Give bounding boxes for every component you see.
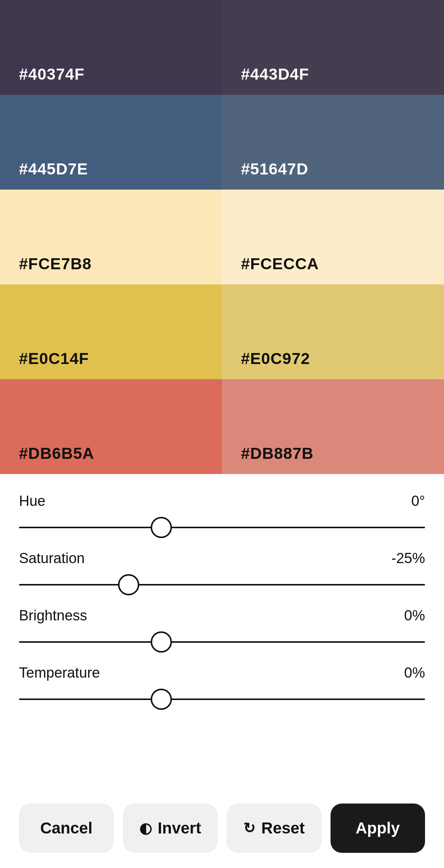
saturation-slider-track	[19, 584, 425, 585]
brightness-slider-thumb[interactable]	[151, 631, 172, 653]
reset-label: Reset	[261, 819, 305, 837]
temperature-label: Temperature	[19, 665, 100, 681]
swatch-5-1[interactable]: #DB6B5A	[0, 379, 222, 474]
invert-label: Invert	[158, 819, 201, 837]
swatch-5-2[interactable]: #DB887B	[222, 379, 444, 474]
swatch-4-1[interactable]: #E0C14F	[0, 284, 222, 379]
brightness-slider-group: Brightness 0%	[19, 607, 425, 653]
swatch-3-1[interactable]: #FCE7B8	[0, 190, 222, 284]
saturation-value: -25%	[391, 550, 425, 567]
saturation-slider-group: Saturation -25%	[19, 550, 425, 596]
temperature-value: 0%	[404, 665, 425, 681]
color-grid: #40374F #443D4F #445D7E #51647D #FCE7B8 …	[0, 0, 444, 474]
invert-icon: ◐	[139, 820, 152, 837]
apply-label: Apply	[356, 819, 400, 837]
hue-value: 0°	[411, 493, 425, 509]
brightness-slider-track-container[interactable]	[19, 631, 425, 653]
saturation-label: Saturation	[19, 550, 85, 567]
saturation-slider-thumb[interactable]	[118, 574, 139, 595]
temperature-slider-header: Temperature 0%	[19, 665, 425, 681]
hue-slider-track-container[interactable]	[19, 516, 425, 539]
reset-icon: ↻	[243, 820, 255, 837]
color-label-1-1: #40374F	[19, 65, 85, 83]
swatch-4-2[interactable]: #E0C972	[222, 284, 444, 379]
hue-label: Hue	[19, 493, 46, 509]
color-label-3-2: #FCECCA	[241, 255, 319, 273]
color-row-1: #40374F #443D4F	[0, 0, 444, 95]
temperature-slider-thumb[interactable]	[151, 689, 172, 710]
hue-slider-header: Hue 0°	[19, 493, 425, 509]
color-label-5-2: #DB887B	[241, 444, 313, 463]
temperature-slider-track	[19, 698, 425, 700]
color-row-5: #DB6B5A #DB887B	[0, 379, 444, 474]
brightness-value: 0%	[404, 607, 425, 624]
color-label-3-1: #FCE7B8	[19, 255, 91, 273]
color-row-2: #445D7E #51647D	[0, 95, 444, 190]
saturation-slider-header: Saturation -25%	[19, 550, 425, 567]
reset-button[interactable]: ↻ Reset	[227, 804, 321, 853]
color-row-3: #FCE7B8 #FCECCA	[0, 190, 444, 284]
color-label-5-1: #DB6B5A	[19, 444, 94, 463]
color-label-4-2: #E0C972	[241, 350, 310, 368]
color-label-2-2: #51647D	[241, 160, 308, 178]
hue-slider-thumb[interactable]	[151, 517, 172, 538]
swatch-2-2[interactable]: #51647D	[222, 95, 444, 190]
controls-section: Hue 0° Saturation -25% Brightness 0%	[0, 474, 444, 868]
temperature-slider-track-container[interactable]	[19, 688, 425, 711]
cancel-button[interactable]: Cancel	[19, 804, 114, 853]
hue-slider-track	[19, 527, 425, 528]
brightness-slider-header: Brightness 0%	[19, 607, 425, 624]
color-label-1-2: #443D4F	[241, 65, 309, 83]
hue-slider-group: Hue 0°	[19, 493, 425, 539]
color-label-4-1: #E0C14F	[19, 350, 89, 368]
cancel-label: Cancel	[40, 819, 93, 837]
color-label-2-1: #445D7E	[19, 160, 88, 178]
swatch-2-1[interactable]: #445D7E	[0, 95, 222, 190]
brightness-slider-track	[19, 641, 425, 643]
swatch-3-2[interactable]: #FCECCA	[222, 190, 444, 284]
brightness-label: Brightness	[19, 607, 87, 624]
color-row-4: #E0C14F #E0C972	[0, 284, 444, 379]
invert-button[interactable]: ◐ Invert	[123, 804, 218, 853]
swatch-1-1[interactable]: #40374F	[0, 0, 222, 95]
swatch-1-2[interactable]: #443D4F	[222, 0, 444, 95]
buttons-row: Cancel ◐ Invert ↻ Reset Apply	[19, 788, 425, 853]
apply-button[interactable]: Apply	[331, 804, 425, 853]
temperature-slider-group: Temperature 0%	[19, 665, 425, 711]
saturation-slider-track-container[interactable]	[19, 573, 425, 596]
